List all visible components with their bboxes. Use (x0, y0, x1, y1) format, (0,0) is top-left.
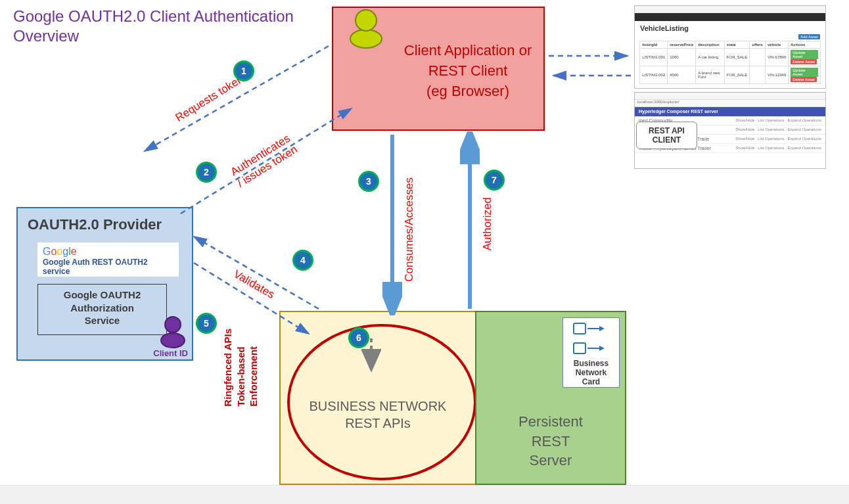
card-icon (572, 340, 611, 357)
svg-marker-6 (599, 326, 605, 331)
persistent-rest-server-box: Business Network Card Persistent REST Se… (475, 311, 626, 485)
flow-authorized-label: Authorized (481, 197, 494, 250)
google-logo: Google (43, 246, 173, 258)
svg-point-1 (356, 10, 377, 31)
step-badge-1: 1 (233, 60, 254, 81)
google-service-card: Google Google Auth REST OAUTH2 service (37, 242, 179, 277)
arrow-client-to-browser (545, 49, 637, 62)
arrow-consumes-accesses (382, 131, 402, 315)
persistent-rest-server-label: Persistent REST Server (476, 412, 625, 470)
arrow-validates-back (181, 250, 345, 355)
delete-asset-button[interactable]: Delete Asset (791, 77, 817, 82)
svg-marker-9 (599, 346, 605, 351)
step-badge-7: 7 (484, 170, 505, 191)
vehicle-listing-table: listingIdreservePricedescription stateof… (639, 41, 821, 84)
oauth-provider-title: OAUTH2.0 Provider (28, 216, 162, 233)
rest-api-client-tag: REST API CLIENT (636, 122, 697, 149)
svg-rect-4 (574, 323, 585, 334)
business-network-apis-label: BUSINESS NETWORK REST APIs (281, 398, 475, 432)
update-asset-button[interactable]: Update Asset (791, 50, 818, 59)
svg-point-3 (165, 317, 181, 332)
table-row: LISTING:0024500A brand new Ford FOR_SALE… (640, 66, 821, 84)
step-badge-6: 6 (348, 327, 369, 348)
flow-consumes-label: Consumes/Accesses (403, 177, 416, 282)
step-badge-4: 4 (292, 250, 313, 271)
arrow-browser-to-client (545, 69, 637, 82)
delete-asset-button[interactable]: Delete Asset (791, 59, 817, 64)
footer-bar (0, 485, 849, 504)
user-icon (346, 5, 386, 51)
mini-browser-vehicle-listing: VehicleListing Add Asset listingIdreserv… (634, 5, 826, 89)
client-application-label: Client Application or REST Client (eg Br… (392, 41, 543, 101)
svg-rect-7 (574, 343, 585, 354)
add-asset-button[interactable]: Add Asset (798, 34, 820, 39)
step-badge-3: 3 (358, 171, 379, 192)
table-row: LISTING:0011000A car listing FOR_SALEVIN… (640, 49, 821, 66)
business-network-card: Business Network Card (562, 317, 620, 388)
update-asset-button[interactable]: Update Asset (791, 68, 818, 77)
oauth-authorization-service: Google OAUTH2 Authorization Service (37, 284, 167, 335)
step-badge-5: 5 (196, 313, 217, 334)
oauth-provider-box: OAUTH2.0 Provider Google Google Auth RES… (16, 207, 193, 361)
step-badge-2: 2 (196, 162, 217, 183)
svg-point-0 (350, 30, 382, 48)
card-icon (572, 321, 611, 338)
google-service-subtitle: Google Auth REST OAUTH2 service (43, 258, 173, 276)
arrow-authorized (460, 131, 480, 315)
